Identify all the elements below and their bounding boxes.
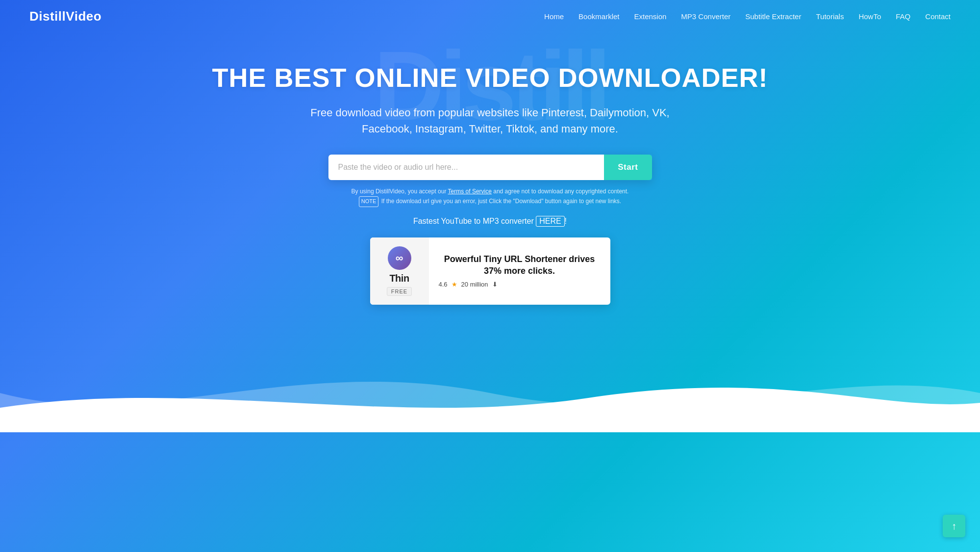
nav-tutorials[interactable]: Tutorials <box>816 12 844 21</box>
ad-banner: ∞ Thin FREE Powerful Tiny URL Shortener … <box>370 237 610 305</box>
ad-left-section: ∞ Thin FREE <box>370 237 429 305</box>
ad-title: Powerful Tiny URL Shortener drives 37% m… <box>439 254 601 277</box>
disclaimer-prefix: By using DistillVideo, you accept our <box>352 188 448 195</box>
mp3-converter-line: Fastest YouTube to MP3 converter HERE! <box>413 216 567 227</box>
disclaimer-suffix: and agree not to download any copyrighte… <box>492 188 629 195</box>
note-text: If the download url give you an error, j… <box>379 198 621 205</box>
here-button[interactable]: HERE <box>536 216 564 227</box>
ad-rating-number: 4.6 <box>439 281 448 288</box>
ad-right-section: Powerful Tiny URL Shortener drives 37% m… <box>429 245 610 297</box>
ad-user-count: 20 million <box>461 281 488 288</box>
hero-subtitle: Free download video from popular website… <box>299 105 681 137</box>
url-search-bar: Start <box>328 155 652 180</box>
hero-title: THE BEST ONLINE VIDEO DOWNLOADER! <box>212 62 768 93</box>
ad-brand-name: Thin <box>389 273 409 284</box>
ad-rating: 4.6 ★ 20 million ⬇ <box>439 281 601 288</box>
disclaimer-text: By using DistillVideo, you accept our Te… <box>352 187 629 207</box>
wave-container <box>0 354 980 432</box>
ad-download-icon: ⬇ <box>492 281 498 288</box>
tos-link[interactable]: Terms of Service <box>448 188 492 195</box>
scroll-top-button[interactable]: ↑ <box>943 515 965 537</box>
nav-home[interactable]: Home <box>544 12 564 21</box>
ad-logo-circle: ∞ <box>388 246 411 270</box>
navbar: DistillVideo Home Bookmarklet Extension … <box>0 0 980 33</box>
note-badge: NOTE <box>359 196 379 207</box>
mp3-prefix: Fastest YouTube to MP3 converter <box>413 217 536 225</box>
nav-bookmarklet[interactable]: Bookmarklet <box>578 12 619 21</box>
nav-howto[interactable]: HowTo <box>858 12 881 21</box>
hero-section: THE BEST ONLINE VIDEO DOWNLOADER! Free d… <box>0 33 980 324</box>
ad-logo-symbol: ∞ <box>396 252 403 264</box>
nav-faq[interactable]: FAQ <box>896 12 910 21</box>
nav-extension[interactable]: Extension <box>634 12 666 21</box>
url-input[interactable] <box>328 155 604 180</box>
ad-free-badge: FREE <box>387 287 412 296</box>
mp3-suffix: ! <box>565 217 567 225</box>
nav-contact[interactable]: Contact <box>925 12 951 21</box>
nav-links: Home Bookmarklet Extension MP3 Converter… <box>544 12 951 21</box>
nav-mp3converter[interactable]: MP3 Converter <box>681 12 730 21</box>
nav-subtitle[interactable]: Subtitle Extracter <box>745 12 801 21</box>
ad-star-icon: ★ <box>452 281 457 288</box>
site-logo[interactable]: DistillVideo <box>29 9 101 24</box>
start-button[interactable]: Start <box>604 155 652 180</box>
